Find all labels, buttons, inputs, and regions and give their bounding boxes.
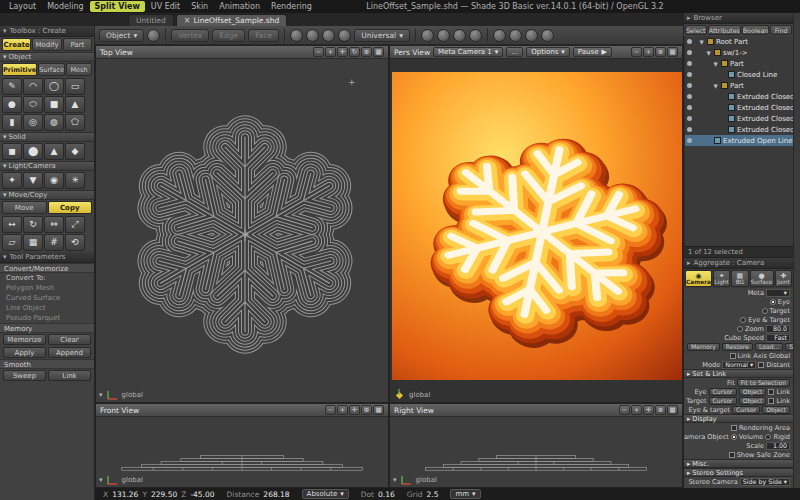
ellipse-tool-icon[interactable]: ⬭	[23, 96, 43, 113]
tree-row-part[interactable]: ▼ Part	[685, 58, 793, 69]
cube-tool-icon[interactable]: ■	[44, 96, 64, 113]
grid-toggle-icon[interactable]: ▦	[667, 47, 678, 57]
torus-tool-icon[interactable]: ◎	[23, 114, 43, 131]
section-display[interactable]: ▸Display	[684, 414, 793, 423]
viewport-top[interactable]: Top View −+✛↻⊕▦ + + ▾	[95, 45, 389, 403]
tree-row-extruded-closed-3[interactable]: Extruded Closed	[685, 113, 793, 124]
zoom-value-field[interactable]: 80.0	[766, 325, 790, 333]
spot-light-icon[interactable]: ▼	[23, 172, 43, 189]
panel-collapse-icon[interactable]: ▸	[687, 258, 691, 269]
panel-collapse-icon[interactable]: ▾	[3, 26, 7, 37]
rotate-view-icon[interactable]: ↻	[349, 47, 360, 57]
tab-surface[interactable]: Surface	[38, 63, 65, 76]
shear-icon[interactable]: ▱	[2, 234, 22, 251]
section-stereo-settings[interactable]: ▸Stereo Settings	[684, 468, 793, 477]
visibility-eye-icon[interactable]	[687, 105, 692, 110]
tree-row-extruded-closed-1[interactable]: Extruded Closed	[685, 91, 793, 102]
toolbox-tab-part[interactable]: Part	[63, 38, 92, 51]
view-more-button[interactable]: …	[506, 47, 523, 57]
append-button[interactable]: Append	[48, 347, 91, 358]
clear-button[interactable]: Clear	[48, 334, 91, 345]
volume-radio[interactable]	[731, 434, 737, 440]
zoom-fit-icon[interactable]: ⊕	[361, 47, 372, 57]
target-object-button[interactable]: Object	[739, 397, 767, 405]
aggregate-tab-bg[interactable]: ▦BG	[731, 270, 748, 287]
solid-wedge-icon[interactable]: ◆	[65, 143, 85, 160]
load-button[interactable]: Load...	[755, 343, 783, 351]
toolbox-tab-create[interactable]: Create	[2, 38, 31, 51]
target-radio[interactable]	[762, 308, 768, 314]
global-axis-label[interactable]: ▾ global	[99, 475, 143, 485]
browser-tab-find[interactable]: Find	[770, 25, 792, 35]
pause-button[interactable]: Pause ▶	[573, 47, 612, 57]
memorize-button[interactable]: Memorize	[3, 334, 46, 345]
panel-collapse-icon[interactable]: ▾	[3, 252, 7, 263]
zoom-in-icon[interactable]: +	[325, 47, 336, 57]
rotate-icon[interactable]: ↻	[23, 216, 43, 233]
solid-sphere-icon[interactable]: ⬤	[23, 143, 43, 160]
pivot-tool-icon[interactable]	[469, 29, 482, 42]
eye-cursor-button[interactable]: Cursor	[709, 388, 737, 396]
menu-uv-edit[interactable]: UV Edit	[146, 1, 185, 12]
meta-dropdown[interactable]: ▾	[766, 289, 790, 297]
aggregate-panel-header[interactable]: ▸Aggregate : Camera	[684, 258, 793, 269]
restore-button[interactable]: Restore	[722, 343, 753, 351]
rendering-area-checkbox[interactable]	[731, 425, 737, 431]
sphere-tool-icon[interactable]: ●	[2, 96, 22, 113]
convert-option-polygon-mesh[interactable]: Polygon Mesh	[0, 283, 94, 293]
face-mode-button[interactable]: Face	[248, 29, 279, 42]
unit-dropdown[interactable]: mm ▾	[450, 489, 480, 499]
mirror-icon[interactable]: ⇔	[44, 216, 64, 233]
pan-icon[interactable]: ✛	[337, 47, 348, 57]
grid-toggle-icon[interactable]: ▦	[667, 405, 678, 415]
aggregate-tab-joint[interactable]: ✚Joint	[775, 270, 792, 287]
target-cursor-button[interactable]: Cursor	[709, 397, 737, 405]
section-solid[interactable]: ▾Solid	[0, 132, 94, 142]
polygon-tool-icon[interactable]: ⬠	[65, 114, 85, 131]
visibility-eye-icon[interactable]	[687, 116, 692, 121]
distant-light-icon[interactable]: ☀	[65, 172, 85, 189]
tree-row-sw1[interactable]: ▼ sw/1->	[685, 47, 793, 58]
pan-icon[interactable]: ✛	[643, 405, 654, 415]
fit-to-selection-button[interactable]: Fit to Selection	[737, 379, 790, 387]
rigid-radio[interactable]	[765, 434, 771, 440]
tree-row-extruded-open-line[interactable]: Extruded Open Line	[685, 135, 793, 146]
menu-split-view[interactable]: Split View	[90, 1, 145, 12]
link-axis-checkbox[interactable]	[730, 353, 736, 359]
aggregate-tab-light[interactable]: ✦Light	[713, 270, 730, 287]
viewport-pers[interactable]: Pers View Meta Camera 1 ▾ … Options ▾ Pa…	[389, 45, 683, 403]
target-link-checkbox[interactable]	[768, 398, 774, 404]
visibility-eye-icon[interactable]	[687, 138, 692, 143]
eye-radio[interactable]	[770, 299, 776, 305]
section-object[interactable]: ▾Object	[0, 52, 94, 62]
scale-tool-icon[interactable]	[338, 29, 351, 42]
universal-manipulator-dropdown[interactable]: Universal ▾	[354, 29, 410, 42]
settings-tool-icon[interactable]	[541, 29, 554, 42]
scale-icon[interactable]: ⤢	[65, 216, 85, 233]
material-tool-icon[interactable]	[525, 29, 538, 42]
zoom-fit-icon[interactable]: ⊕	[361, 405, 372, 415]
eye-target-cursor-button[interactable]: Cursor	[732, 406, 760, 414]
reset-icon[interactable]: ⟲	[65, 234, 85, 251]
global-axis-label[interactable]: ▾ global	[99, 390, 143, 400]
disk-tool-icon[interactable]: ◍	[44, 114, 64, 131]
zoom-out-icon[interactable]: −	[325, 405, 336, 415]
grid-tool-icon[interactable]	[437, 29, 450, 42]
visibility-eye-icon[interactable]	[687, 61, 692, 66]
expander-icon[interactable]: ▼	[705, 50, 712, 56]
edge-mode-button[interactable]: Edge	[212, 29, 245, 42]
visibility-eye-icon[interactable]	[687, 50, 692, 55]
stereo-camera-dropdown[interactable]: Side by Side ▾	[740, 478, 790, 486]
tool-parameters-header[interactable]: ▾Tool Parameters	[0, 252, 94, 263]
viewport-right[interactable]: Right View −+✛⊕▦ ▾ global	[389, 403, 683, 488]
render-tool-icon[interactable]	[493, 29, 506, 42]
select-tool-icon[interactable]	[290, 29, 303, 42]
convert-option-curved-surface[interactable]: Curved Surface	[0, 293, 94, 303]
distant-checkbox[interactable]	[758, 362, 764, 368]
eye-link-checkbox[interactable]	[768, 389, 774, 395]
arc-tool-icon[interactable]: ◠	[23, 78, 43, 95]
section-set-link[interactable]: ▸Set & Link	[684, 369, 793, 378]
copy-button[interactable]: Copy	[48, 201, 93, 214]
show-safe-zone-checkbox[interactable]	[729, 452, 735, 458]
object-mode-dropdown[interactable]: Object ▾	[99, 29, 144, 42]
